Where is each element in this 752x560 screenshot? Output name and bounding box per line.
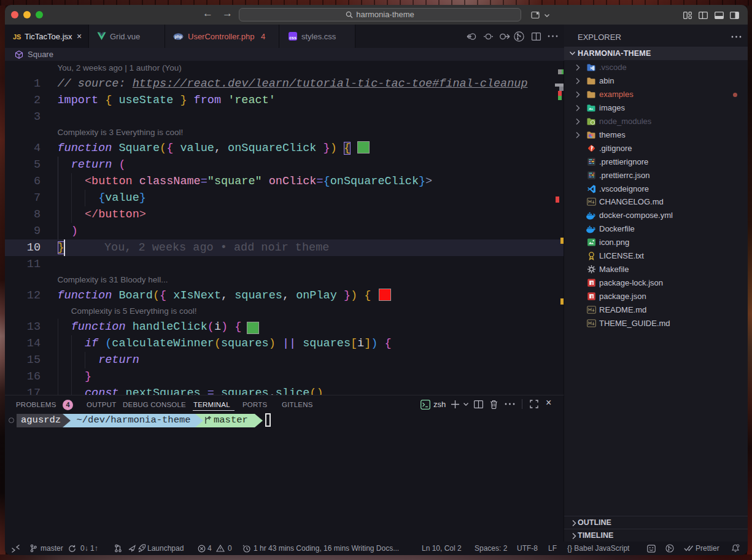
svg-text:php: php [175,34,182,39]
